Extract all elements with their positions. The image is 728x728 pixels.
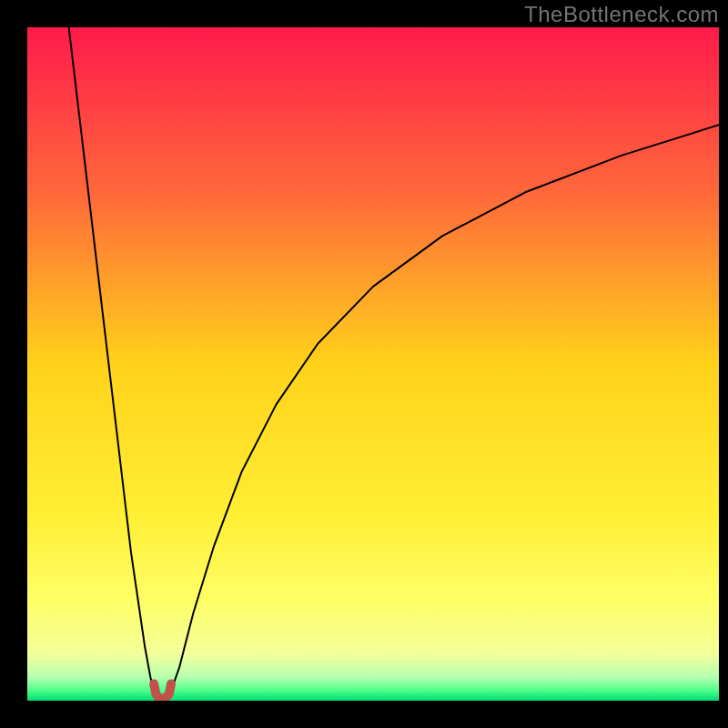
chart-background	[27, 27, 719, 701]
bottleneck-chart	[27, 27, 719, 701]
chart-frame: TheBottleneck.com	[0, 0, 728, 728]
watermark-text: TheBottleneck.com	[524, 2, 719, 27]
